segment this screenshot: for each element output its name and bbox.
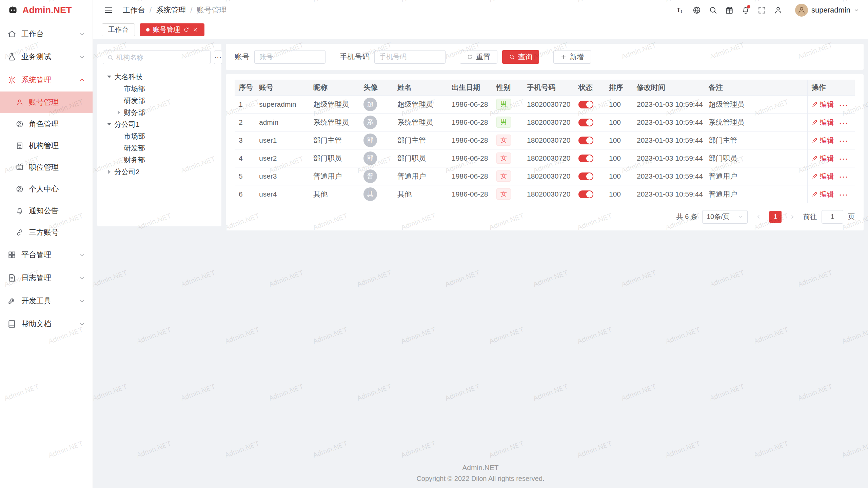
user-avatar (795, 4, 808, 17)
reset-button[interactable]: 重置 (460, 50, 497, 64)
account-input[interactable] (254, 50, 326, 64)
sidebar-item-system-management[interactable]: 系统管理 (0, 68, 93, 92)
goto-label: 前往 (803, 212, 817, 221)
more-actions-button[interactable]: ··· (840, 137, 849, 145)
tree-node[interactable]: 财务部 (103, 106, 216, 118)
more-actions-button[interactable]: ··· (840, 101, 849, 109)
more-actions-button[interactable]: ··· (840, 155, 849, 163)
page-size-select[interactable]: 10条/页 (702, 210, 748, 224)
sidebar-item-notice-announcement[interactable]: 通知公告 (0, 200, 93, 222)
search-icon[interactable] (706, 3, 720, 17)
org-search-input[interactable] (116, 54, 206, 61)
sidebar-item-help-docs[interactable]: 帮助文档 (0, 312, 93, 336)
goto-suffix: 页 (848, 212, 855, 221)
tree-node[interactable]: 研发部 (103, 95, 216, 106)
tree-node-label: 研发部 (124, 96, 145, 105)
sidebar-item-business-test[interactable]: 业务测试 (0, 45, 93, 68)
sidebar-item-workbench[interactable]: 工作台 (0, 22, 93, 45)
cell-birthday: 1986-06-28 (448, 149, 492, 167)
org-search-field[interactable] (103, 50, 211, 64)
add-button[interactable]: 新增 (553, 50, 591, 64)
sidebar-item-label: 平台管理 (21, 250, 79, 260)
page-size-value: 10条/页 (707, 212, 730, 221)
more-actions-button[interactable]: ··· (840, 119, 849, 127)
tab-refresh-icon[interactable] (183, 27, 189, 33)
sidebar-item-dev-tools[interactable]: 开发工具 (0, 289, 93, 312)
sidebar-item-position-management[interactable]: 职位管理 (0, 157, 93, 178)
search-icon (107, 54, 114, 61)
tree-node[interactable]: 市场部 (103, 83, 216, 95)
cell-phone: 18020030720 (523, 113, 574, 131)
status-toggle[interactable] (578, 119, 593, 126)
chevron-down-icon (79, 31, 85, 37)
caret-right-icon[interactable] (114, 110, 124, 115)
status-toggle[interactable] (578, 172, 593, 180)
tree-node[interactable]: 分公司1 (103, 118, 216, 130)
page-number-button[interactable]: 1 (769, 211, 782, 223)
user-menu[interactable]: superadmin (795, 4, 859, 17)
cell-account: user2 (255, 149, 309, 167)
sidebar-item-log-management[interactable]: 日志管理 (0, 266, 93, 289)
caret-down-icon[interactable] (104, 123, 114, 125)
tree-node[interactable]: 市场部 (103, 130, 216, 142)
edit-button[interactable]: 编辑 (812, 136, 834, 145)
org-more-button[interactable]: ··· (214, 50, 222, 64)
sidebar-item-third-party-account[interactable]: 三方账号 (0, 222, 93, 243)
filter-bar: 账号 手机号码 重置 查询 新增 (226, 44, 864, 70)
sidebar-item-role-management[interactable]: 角色管理 (0, 113, 93, 135)
sidebar-item-label: 帮助文档 (21, 319, 79, 329)
edit-button[interactable]: 编辑 (812, 100, 834, 109)
more-actions-button[interactable]: ··· (840, 173, 849, 181)
breadcrumb-item[interactable]: 系统管理 (156, 5, 186, 15)
tree-node[interactable]: 大名科技 (103, 71, 216, 83)
caret-right-icon[interactable] (104, 170, 114, 174)
tree-node-label: 财务部 (124, 108, 145, 117)
notification-icon[interactable] (739, 3, 752, 17)
position-icon (16, 163, 24, 171)
tab-close-icon[interactable] (193, 27, 198, 33)
tree-node[interactable]: 财务部 (103, 154, 216, 166)
phone-input[interactable] (374, 50, 446, 64)
tab-workbench[interactable]: 工作台 (102, 23, 135, 36)
font-size-icon[interactable]: Tt (674, 3, 687, 17)
sidebar-item-personal-center[interactable]: 个人中心 (0, 178, 93, 200)
goto-page-input[interactable] (822, 210, 843, 224)
edit-button[interactable]: 编辑 (812, 118, 834, 127)
prev-page-button[interactable] (752, 211, 765, 223)
more-actions-button[interactable]: ··· (840, 191, 849, 199)
edit-button[interactable]: 编辑 (812, 189, 834, 199)
edit-label: 编辑 (820, 118, 834, 127)
layout-config-icon[interactable] (723, 3, 736, 17)
sidebar-item-account-management[interactable]: 账号管理 (0, 92, 93, 113)
breadcrumb-item[interactable]: 账号管理 (197, 5, 226, 15)
tree-node[interactable]: 分公司2 (103, 166, 216, 178)
menu-collapse-icon[interactable] (102, 3, 115, 17)
status-toggle[interactable] (578, 137, 593, 144)
tab-account-management[interactable]: 账号管理 (140, 23, 204, 36)
query-button[interactable]: 查询 (502, 50, 539, 64)
caret-down-icon[interactable] (104, 76, 114, 78)
status-toggle[interactable] (578, 155, 593, 162)
footer: Admin.NET Copyright © 2022 Dilon All rig… (93, 464, 868, 483)
status-toggle[interactable] (578, 101, 593, 108)
sidebar-item-org-management[interactable]: 机构管理 (0, 135, 93, 157)
profile-icon[interactable] (771, 3, 785, 17)
cell-remark: 超级管理员 (705, 95, 807, 113)
table-row: 3user1部门主管部部门主管1986-06-28女18020030720100… (235, 131, 855, 149)
cell-remark: 普通用户 (705, 167, 807, 185)
docs-icon (7, 320, 16, 328)
edit-button[interactable]: 编辑 (812, 171, 834, 181)
column-header: 排序 (605, 80, 633, 95)
edit-button[interactable]: 编辑 (812, 154, 834, 163)
breadcrumb-item[interactable]: 工作台 (123, 5, 145, 15)
content: ··· 大名科技市场部研发部财务部分公司1市场部研发部财务部分公司2 账号 手机… (93, 39, 868, 488)
fullscreen-icon[interactable] (755, 3, 769, 17)
language-icon[interactable] (690, 3, 704, 17)
app-logo[interactable]: Admin.NET (0, 0, 93, 20)
status-toggle[interactable] (578, 190, 593, 198)
tree-node[interactable]: 研发部 (103, 142, 216, 154)
cell-remark: 系统管理员 (705, 113, 807, 131)
next-page-button[interactable] (786, 211, 798, 223)
pagination: 共 6 条 10条/页 1 前往 页 (235, 210, 855, 224)
sidebar-item-platform-management[interactable]: 平台管理 (0, 243, 93, 266)
